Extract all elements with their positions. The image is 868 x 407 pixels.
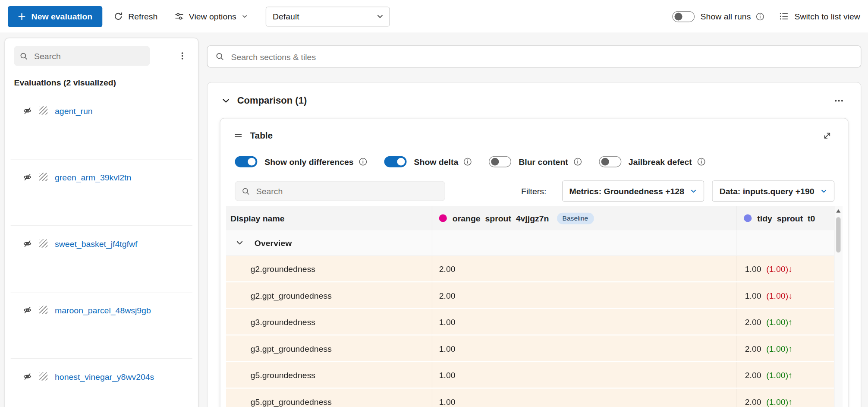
metric-value: 1.00 <box>439 370 456 380</box>
evaluation-link[interactable]: green_arm_39kvl2tn <box>55 173 131 182</box>
info-icon[interactable] <box>756 12 765 21</box>
delta-value: (1.00)↑ <box>766 317 793 327</box>
show-all-runs-toggle[interactable] <box>673 11 695 22</box>
baseline-value-cell: 1.00 <box>432 362 737 388</box>
baseline-value-cell: 1.00 <box>432 309 737 334</box>
chevron-down-icon <box>821 188 827 194</box>
metric-value: 1.00 <box>439 344 456 353</box>
sections-search-input[interactable] <box>230 51 853 62</box>
series-swatch-icon <box>39 306 47 314</box>
delta-value: (1.00)↑ <box>766 397 793 406</box>
table-tile: Table Show only differences <box>220 118 848 407</box>
metric-value: 1.00 <box>439 317 456 327</box>
baseline-value-cell: 1.00 <box>432 335 737 361</box>
evaluations-sidebar: Evaluations (2 visualized) agent_run gre… <box>4 38 198 407</box>
kebab-icon <box>178 51 187 60</box>
evaluation-link[interactable]: sweet_basket_jf4tgfwf <box>55 239 137 249</box>
comparison-section: Comparison (1) Table <box>207 82 862 407</box>
comparison-table: Display name orange_sprout_4vjjgz7n Base… <box>226 206 843 407</box>
overview-group-cell: Overview <box>226 238 432 248</box>
drag-handle-icon[interactable] <box>234 131 243 140</box>
series-swatch-icon <box>39 173 47 181</box>
table-row: g2.gpt_groundedness 2.00 1.00 (1.00)↓ <box>226 282 843 309</box>
sidebar-menu-button[interactable] <box>173 47 191 65</box>
evaluation-list: agent_run green_arm_39kvl2tn sweet_baske… <box>5 93 198 407</box>
compare-value-cell: 1.00 (1.00)↓ <box>736 282 842 308</box>
jailbreak-defect-toggle[interactable] <box>599 156 621 167</box>
toggle-group: Show only differences <box>235 156 368 167</box>
data-filter-dropdown[interactable]: Data: inputs.query +190 <box>712 180 834 202</box>
tile-header: Table <box>220 119 848 143</box>
chevron-down-icon[interactable] <box>222 97 230 105</box>
search-icon <box>19 52 28 60</box>
scrollbar-thumb[interactable] <box>836 217 840 252</box>
metric-value: 2.00 <box>745 344 761 353</box>
metric-name-cell: g2.gpt_groundedness <box>226 290 432 300</box>
show-delta-label: Show delta <box>414 157 459 167</box>
sidebar-search-field[interactable] <box>14 46 150 66</box>
jailbreak-defect-label: Jailbreak defect <box>629 157 692 167</box>
metrics-filter-dropdown[interactable]: Metrics: Groundedness +128 <box>562 180 704 202</box>
metric-value: 2.00 <box>439 290 456 300</box>
metric-value: 1.00 <box>439 397 456 406</box>
list-view-icon <box>779 12 789 21</box>
metric-name-cell: g3.groundedness <box>226 317 432 327</box>
evaluation-link[interactable]: honest_vinegar_y8wv204s <box>55 372 154 382</box>
eye-off-icon[interactable] <box>23 239 32 248</box>
delta-value: (1.00)↑ <box>766 370 793 380</box>
view-options-button[interactable]: View options <box>170 8 252 24</box>
series-swatch-icon <box>39 239 47 247</box>
empty-cell <box>432 230 737 256</box>
metric-name-cell: g2.groundedness <box>226 264 432 273</box>
metric-name-cell: g5.groundedness <box>226 370 432 380</box>
toggle-group: Jailbreak defect <box>599 156 706 167</box>
table-search-field[interactable] <box>235 181 445 201</box>
table-row: g2.groundedness 2.00 1.00 (1.00)↓ <box>226 256 843 283</box>
baseline-value-cell: 2.00 <box>432 282 737 308</box>
baseline-value-cell: 1.00 <box>432 389 737 407</box>
blur-content-toggle[interactable] <box>489 156 512 167</box>
toggle-knob <box>397 158 405 166</box>
new-evaluation-button[interactable]: New evaluation <box>8 6 102 27</box>
info-icon[interactable] <box>463 157 472 166</box>
eye-off-icon[interactable] <box>23 106 32 115</box>
evaluation-link[interactable]: maroon_parcel_48wsj9gb <box>55 306 151 315</box>
table-scrollbar[interactable] <box>834 206 842 407</box>
preset-dropdown[interactable]: Default <box>265 6 390 26</box>
eye-off-icon[interactable] <box>23 372 32 381</box>
view-options-label: View options <box>189 12 236 21</box>
options-sliders-icon <box>174 12 184 21</box>
filters-label: Filters: <box>521 186 546 196</box>
table-row: g5.groundedness 1.00 2.00 (1.00)↑ <box>226 362 843 389</box>
table-inner: Display name orange_sprout_4vjjgz7n Base… <box>226 206 843 407</box>
info-icon[interactable] <box>359 157 368 166</box>
sidebar-search-input[interactable] <box>33 50 144 61</box>
expand-icon[interactable] <box>821 129 833 142</box>
more-options-button[interactable] <box>832 94 846 108</box>
chevron-down-icon <box>376 13 384 20</box>
evaluation-link[interactable]: agent_run <box>55 106 93 116</box>
overview-group-row[interactable]: Overview <box>226 230 843 256</box>
list-item: maroon_parcel_48wsj9gb <box>11 292 192 359</box>
sections-search-field[interactable] <box>207 45 862 67</box>
refresh-button[interactable]: Refresh <box>109 8 162 24</box>
comparison-header: Comparison (1) <box>208 82 861 108</box>
info-icon[interactable] <box>573 157 582 166</box>
eye-off-icon[interactable] <box>23 306 32 315</box>
switch-to-list-view-button[interactable]: Switch to list view <box>779 12 860 21</box>
metric-name-cell: g5.gpt_groundedness <box>226 397 432 406</box>
table-search-input[interactable] <box>255 186 438 196</box>
scroll-up-arrow-icon[interactable] <box>836 209 840 213</box>
compare-value-cell: 2.00 (1.00)↑ <box>736 309 842 334</box>
app-canvas: New evaluation Refresh View options <box>0 0 868 407</box>
show-all-runs-label: Show all runs <box>701 12 751 21</box>
show-delta-toggle[interactable] <box>384 156 407 167</box>
overview-group-label: Overview <box>255 238 292 248</box>
series-swatch-icon <box>39 106 47 114</box>
info-icon[interactable] <box>697 157 706 166</box>
sidebar-heading: Evaluations (2 visualized) <box>14 78 189 87</box>
metric-name-cell: g3.gpt_groundedness <box>226 344 432 353</box>
show-only-differences-toggle[interactable] <box>235 156 257 167</box>
eye-off-icon[interactable] <box>23 173 32 182</box>
toggle-group: Blur content <box>489 156 582 167</box>
